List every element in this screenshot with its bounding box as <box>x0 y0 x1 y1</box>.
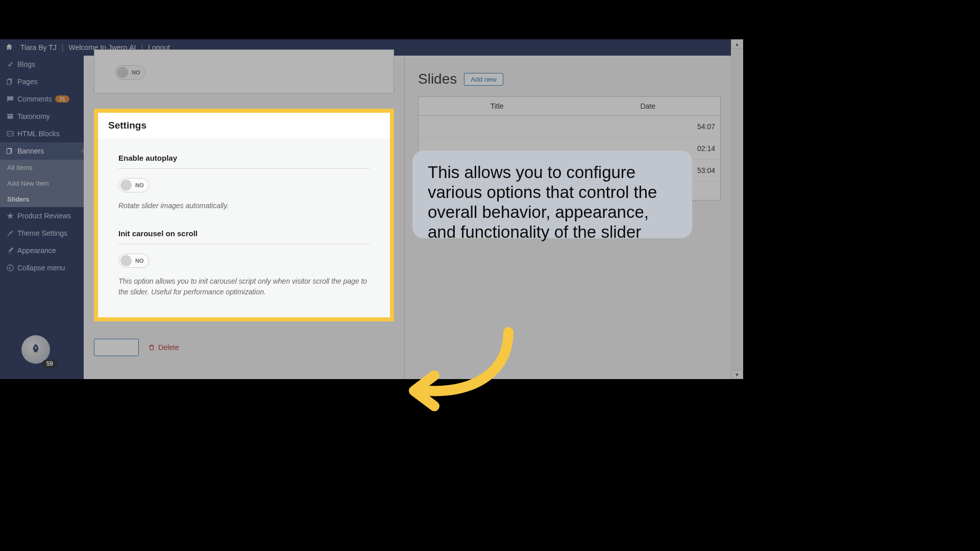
table-row[interactable]: 54:07 <box>419 116 721 138</box>
sidebar-label: Banners <box>17 147 44 155</box>
sidebar-item-banners[interactable]: Banners <box>0 142 84 160</box>
setting-label: Init carousel on scroll <box>118 229 370 244</box>
table-header-row: Title Date <box>419 97 721 116</box>
primary-action-button[interactable] <box>94 339 139 356</box>
sidebar-label: Collapse menu <box>17 264 65 272</box>
autoplay-toggle[interactable]: NO <box>118 178 149 192</box>
banners-submenu: All Items Add New Item Sliders <box>0 160 84 207</box>
sidebar-label: Theme Settings <box>17 229 67 237</box>
col-title[interactable]: Title <box>419 97 576 116</box>
submenu-add-new-item[interactable]: Add New Item <box>0 176 84 191</box>
toggle-label: NO <box>132 69 140 76</box>
sidebar-item-blogs[interactable]: Blogs <box>0 56 84 73</box>
svg-rect-2 <box>7 114 13 115</box>
sidebar-label: Comments <box>17 95 52 103</box>
sidebar-item-appearance[interactable]: Appearance <box>0 242 84 259</box>
archive-icon <box>6 112 17 120</box>
sidebar-label: HTML Blocks <box>17 130 60 138</box>
cell-date: 54:07 <box>575 116 720 138</box>
delete-label: Delete <box>158 343 179 352</box>
slides-header: Slides Add new <box>418 71 721 87</box>
pin-icon <box>6 60 17 68</box>
scroll-down-arrow[interactable]: ▼ <box>731 370 743 379</box>
code-icon <box>6 130 17 138</box>
tutorial-callout: This allows you to configure various opt… <box>412 151 692 238</box>
delete-link[interactable]: Delete <box>148 343 179 352</box>
rocket-icon <box>29 343 42 356</box>
toggle-knob <box>120 180 132 191</box>
sidebar-item-html-blocks[interactable]: HTML Blocks <box>0 125 84 142</box>
svg-point-7 <box>7 265 13 271</box>
rocket-count: 59 <box>42 360 57 368</box>
callout-text: This allows you to configure various opt… <box>428 163 657 241</box>
sidebar-item-taxonomy[interactable]: Taxonomy <box>0 108 84 125</box>
comments-count-badge: 31 <box>55 95 69 103</box>
setting-enable-autoplay: Enable autoplay NO Rotate slider images … <box>118 154 370 211</box>
settings-body: Enable autoplay NO Rotate slider images … <box>98 138 390 317</box>
separator: | <box>62 43 64 52</box>
form-actions: Delete <box>94 339 394 356</box>
init-carousel-toggle[interactable]: NO <box>118 254 149 268</box>
svg-rect-1 <box>7 80 11 84</box>
col-date[interactable]: Date <box>575 97 720 116</box>
sidebar-label: Blogs <box>17 60 35 68</box>
collapse-icon <box>6 264 17 272</box>
toggle-label: NO <box>135 182 144 188</box>
pages-icon <box>6 78 17 86</box>
slides-title: Slides <box>418 71 457 87</box>
submenu-sliders[interactable]: Sliders <box>0 191 84 207</box>
settings-highlight-box: Settings Enable autoplay NO Rotate slide… <box>94 109 394 321</box>
add-new-button[interactable]: Add new <box>464 73 503 86</box>
sidebar-item-collapse-menu[interactable]: Collapse menu <box>0 259 84 277</box>
comment-icon <box>6 95 17 103</box>
sidebar-label: Pages <box>17 78 38 86</box>
toggle-knob <box>120 255 132 266</box>
setting-description: Rotate slider images automatically. <box>118 201 370 211</box>
vertical-scrollbar[interactable]: ▲ ▼ <box>731 39 743 379</box>
sidebar-item-theme-settings[interactable]: Theme Settings <box>0 224 84 242</box>
toggle-switch[interactable]: NO <box>115 65 145 80</box>
left-column: NO Settings Enable autoplay NO <box>84 56 404 379</box>
rocket-badge[interactable]: 59 <box>21 335 50 364</box>
toggle-knob <box>117 67 128 78</box>
tutorial-arrow-icon <box>406 327 519 414</box>
prior-setting-panel: NO <box>94 49 394 93</box>
app-window: ▲ ▼ Tiara By TJ | Welcome to Jwero.AI | … <box>0 39 743 379</box>
sidebar-label: Taxonomy <box>17 112 50 120</box>
sidebar-item-comments[interactable]: Comments 31 <box>0 90 84 108</box>
sidebar-item-product-reviews[interactable]: Product Reviews <box>0 207 84 224</box>
toggle-label: NO <box>135 258 144 264</box>
sidebar-item-pages[interactable]: Pages <box>0 73 84 90</box>
paint-icon <box>6 246 17 255</box>
home-icon[interactable] <box>5 43 13 53</box>
svg-rect-3 <box>8 116 13 119</box>
svg-point-8 <box>35 347 36 348</box>
scroll-up-arrow[interactable]: ▲ <box>731 39 743 48</box>
banners-icon <box>6 147 17 155</box>
submenu-all-items[interactable]: All Items <box>0 160 84 176</box>
star-icon <box>6 212 17 220</box>
setting-description: This option allows you to init carousel … <box>118 276 370 297</box>
brush-icon <box>6 229 17 237</box>
site-title-link[interactable]: Tiara By TJ <box>20 43 57 52</box>
setting-label: Enable autoplay <box>118 154 370 169</box>
settings-title: Settings <box>98 113 390 138</box>
setting-init-carousel: Init carousel on scroll NO This option a… <box>118 229 370 297</box>
sidebar-label: Product Reviews <box>17 212 71 220</box>
svg-rect-6 <box>7 148 11 154</box>
settings-card: Settings Enable autoplay NO Rotate slide… <box>98 113 390 317</box>
sidebar-label: Appearance <box>17 246 56 255</box>
trash-icon <box>148 344 155 351</box>
admin-sidebar: Blogs Pages Comments 31 Taxonomy HTML Bl… <box>0 56 84 379</box>
